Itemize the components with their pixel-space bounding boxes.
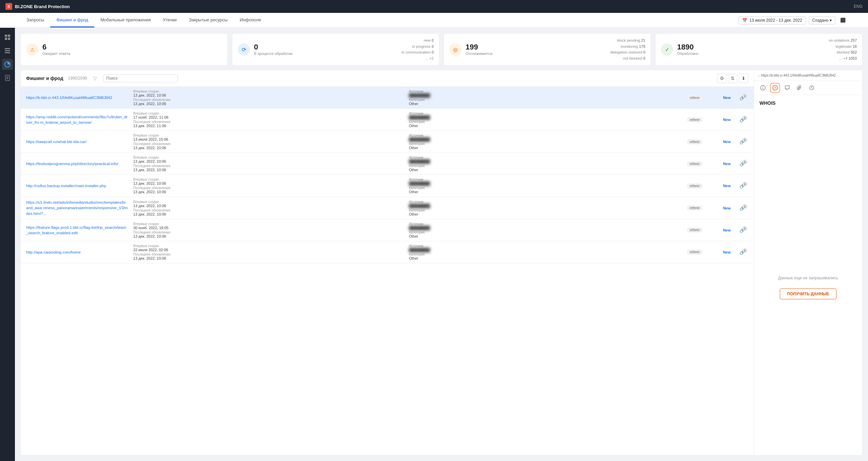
tab-infopole[interactable]: Инфополе bbox=[234, 13, 267, 27]
brand: B BI.ZONE Brand Protection bbox=[5, 3, 70, 10]
calendar-icon: 📅 bbox=[742, 18, 747, 23]
list-item[interactable]: https://b-bbt.cr.443.1/hfe8Kusat496ua8C3… bbox=[21, 87, 754, 109]
get-data-button[interactable]: ПОЛУЧИТЬ ДАННЫЕ bbox=[780, 288, 836, 299]
svg-rect-2 bbox=[5, 38, 7, 40]
sidebar-icon-dashboard[interactable] bbox=[2, 32, 13, 43]
stat-processing-number: 0 bbox=[254, 43, 397, 51]
topbar: B BI.ZONE Brand Protection ENG bbox=[0, 0, 868, 13]
detail-tab-whois[interactable]: ? bbox=[770, 83, 780, 93]
detail-tab-attach[interactable] bbox=[795, 83, 804, 93]
link-icon: 🔗1 bbox=[739, 117, 745, 122]
source-label: Источник bbox=[409, 89, 679, 93]
detail-url: https://b-bbt.cr.443.1/hfe8Kusat496ua8C3… bbox=[761, 74, 858, 77]
list-item[interactable]: http://apa.carpooling.com/home Впервые с… bbox=[21, 241, 754, 263]
sort-icon[interactable]: ⇅ bbox=[728, 74, 737, 83]
stat-processed-label: Обработано bbox=[677, 52, 825, 56]
list-item[interactable]: https://tawpcall.ru/what-ble-bla-car/ Вп… bbox=[21, 131, 754, 153]
sidebar-icon-chart[interactable] bbox=[2, 59, 13, 70]
svg-rect-4 bbox=[5, 48, 10, 49]
link-badge: 1 bbox=[743, 94, 747, 98]
row-url: https://amp.reddit.com/r/poland/comments… bbox=[26, 112, 128, 128]
list-panel: Фишинг и фрод 1995/2095 ▽ ⚙ ⇅ ⬇ https://… bbox=[21, 70, 754, 455]
detail-tab-icons: ? bbox=[754, 81, 862, 95]
stat-processing: ⟳ 0 В процессе обработки new 0 in progre… bbox=[232, 33, 439, 66]
stat-processed: ✓ 1890 Обработано no violations 257 legi… bbox=[655, 33, 863, 66]
link-icon: 🔗1 bbox=[739, 227, 745, 233]
row-actions: 🔗1 bbox=[736, 89, 748, 106]
stat-monitoring-details: block pending 21 monitoring 178 delegati… bbox=[610, 38, 645, 61]
download-icon[interactable]: ⬇ bbox=[739, 74, 748, 83]
main-nav: Запросы Фишинг и фрод Мобильные приложен… bbox=[0, 13, 868, 28]
list-body: https://b-bbt.cr.443.1/hfe8Kusat496ua8C3… bbox=[21, 87, 754, 455]
tab-phishing[interactable]: Фишинг и фрод bbox=[50, 13, 94, 27]
row-status: New bbox=[710, 89, 731, 106]
detail-tab-comment[interactable] bbox=[783, 83, 792, 93]
sidebar-icon-table[interactable] bbox=[2, 45, 13, 56]
list-item[interactable]: http://nullus.backup-installer/main-inst… bbox=[21, 175, 754, 197]
nav-right: 📅 13 июля 2022 - 13 дек. 2022 Создано ▾ … bbox=[738, 16, 848, 25]
detail-tab-info[interactable] bbox=[758, 83, 768, 93]
content-area: Фишинг и фрод 1995/2095 ▽ ⚙ ⇅ ⬇ https://… bbox=[20, 70, 863, 456]
settings-icon[interactable]: ⚙ bbox=[717, 74, 727, 83]
main-content: ⚠ 6 Ожидает ответа ⟳ 0 В процессе обрабо… bbox=[15, 28, 868, 461]
tab-mobile[interactable]: Мобильные приложения bbox=[94, 13, 157, 27]
sort-filter[interactable]: Создано ▾ bbox=[809, 16, 835, 24]
link-icon: 🔗1 bbox=[739, 95, 745, 100]
stat-monitoring: ◎ 199 Отслеживается block pending 21 mon… bbox=[443, 33, 651, 66]
stat-awaiting: ⚠ 6 Ожидает ответа bbox=[20, 33, 228, 66]
stat-processed-main: 1890 Обработано bbox=[677, 43, 825, 56]
search-input[interactable] bbox=[103, 74, 178, 82]
link-icon: 🔗1 bbox=[739, 161, 745, 166]
detail-top-nav: › https://b-bbt.cr.443.1/hfe8Kusat496ua8… bbox=[754, 70, 862, 81]
list-count: 1995/2095 bbox=[68, 76, 87, 81]
svg-rect-5 bbox=[5, 50, 10, 51]
export-icon[interactable]: ⬛ bbox=[838, 16, 848, 25]
detail-content: WHOIS Данные еще не запрашивались ПОЛУЧИ… bbox=[754, 95, 862, 455]
left-sidebar bbox=[0, 28, 15, 461]
url-text: https://b-bbt.cr.443.1/hfe8Kusat496ua8C3… bbox=[26, 95, 128, 100]
expand-icon[interactable]: › bbox=[758, 73, 760, 78]
nav-tabs: Запросы Фишинг и фрод Мобильные приложен… bbox=[20, 13, 267, 27]
stat-processing-details: new 0 in progress 0 in communication 0 .… bbox=[401, 38, 434, 61]
whois-title: WHOIS bbox=[760, 100, 775, 106]
svg-rect-1 bbox=[8, 35, 10, 37]
last-updated-value: 13 дек. 2022, 10:06 bbox=[133, 102, 403, 106]
list-item[interactable]: https://feature-flags.prod-1.bbt.cr/flag… bbox=[21, 219, 754, 241]
detail-tab-history[interactable] bbox=[807, 83, 816, 93]
no-data-text: Данные еще не запрашивались bbox=[778, 276, 838, 280]
list-item[interactable]: https://festivalprogramma.pl/pl/director… bbox=[21, 153, 754, 175]
category-value: Other bbox=[409, 102, 679, 106]
source-value: ████████ bbox=[409, 93, 679, 97]
stat-processing-label: В процессе обработки bbox=[254, 52, 397, 56]
brand-name: BI.ZONE Brand Protection bbox=[15, 4, 70, 9]
svg-rect-0 bbox=[5, 35, 7, 37]
sort-label: Создано bbox=[812, 18, 828, 23]
tab-closed[interactable]: Закрытые ресурсы bbox=[183, 13, 234, 27]
stat-awaiting-main: 6 Ожидает ответа bbox=[42, 43, 222, 56]
stat-awaiting-label: Ожидает ответа bbox=[42, 52, 222, 56]
row-meta: Впервые создан 13 дек. 2022, 10:06 Источ… bbox=[133, 89, 679, 106]
svg-rect-6 bbox=[5, 52, 10, 53]
list-header: Фишинг и фрод 1995/2095 ▽ ⚙ ⇅ ⬇ bbox=[21, 70, 754, 87]
stat-processed-icon: ✓ bbox=[661, 43, 673, 56]
whois-empty-state: Данные еще не запрашивались ПОЛУЧИТЬ ДАН… bbox=[778, 111, 838, 450]
list-item[interactable]: https://amp.reddit.com/r/poland/comments… bbox=[21, 109, 754, 131]
filter-icon[interactable]: ▽ bbox=[93, 76, 97, 81]
stat-monitoring-icon: ◎ bbox=[449, 43, 461, 56]
stat-awaiting-number: 6 bbox=[42, 43, 222, 51]
last-updated-group: Последнее обновление 13 дек. 2022, 10:06 bbox=[133, 98, 403, 106]
date-filter[interactable]: 📅 13 июля 2022 - 13 дек. 2022 bbox=[738, 16, 806, 24]
link-icon: 🔗1 bbox=[739, 183, 745, 188]
tab-leaks[interactable]: Утечки bbox=[157, 13, 183, 27]
list-title: Фишинг и фрод bbox=[26, 76, 63, 81]
list-item[interactable]: https://s3.3ndn.net/ads/infomedia/studio… bbox=[21, 197, 754, 219]
language-selector[interactable]: ENG bbox=[854, 4, 863, 9]
tab-requests[interactable]: Запросы bbox=[20, 13, 50, 27]
first-created-label: Впервые создан bbox=[133, 89, 403, 93]
sidebar-icon-doc[interactable] bbox=[2, 73, 13, 83]
svg-rect-3 bbox=[8, 38, 10, 40]
link-icon: 🔗1 bbox=[739, 139, 745, 144]
first-created-value: 13 дек. 2022, 10:06 bbox=[133, 93, 403, 97]
tag-value: referer bbox=[687, 95, 702, 100]
svg-text:?: ? bbox=[774, 86, 776, 90]
